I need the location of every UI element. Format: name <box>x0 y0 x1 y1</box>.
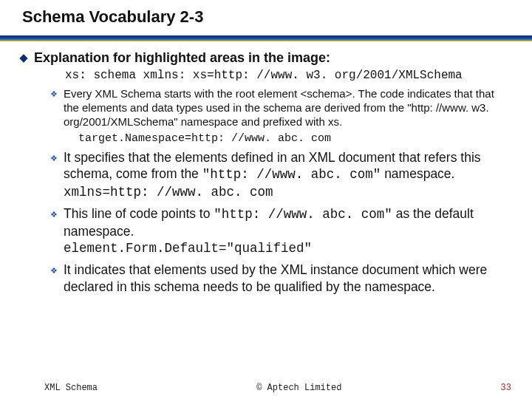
footer-left: XML Schema <box>44 383 98 393</box>
text-part: This line of code points to <box>64 206 214 221</box>
code-line-4: element.Form.Default="qualified" <box>64 241 312 256</box>
item-text: Every XML Schema starts with the root el… <box>64 86 511 129</box>
text-part: namespace. <box>381 166 454 181</box>
slide-body: Explanation for highlighted areas in the… <box>0 41 532 296</box>
list-item: ❖ It specifies that the elements defined… <box>50 149 511 201</box>
sub-bullet-icon: ❖ <box>50 266 59 296</box>
title-underline <box>0 35 532 41</box>
heading-text: Explanation for highlighted areas in the… <box>34 50 330 66</box>
footer-center: © Aptech Limited <box>256 383 341 393</box>
list-item: ❖ This line of code points to "http: //w… <box>50 205 511 257</box>
item-text: It specifies that the elements defined i… <box>64 149 511 201</box>
footer: XML Schema © Aptech Limited 33 <box>0 383 532 393</box>
mono-text: "http: //www. abc. com" <box>214 207 392 222</box>
item-text: This line of code points to "http: //www… <box>64 205 511 257</box>
slide-title: Schema Vocabulary 2-3 <box>22 7 532 27</box>
sub-bullet-icon: ❖ <box>50 89 59 129</box>
item-text: It indicates that elements used by the X… <box>64 262 511 296</box>
slide: Schema Vocabulary 2-3 Explanation for hi… <box>0 0 532 399</box>
diamond-bullet-icon <box>19 54 27 62</box>
code-line-1: xs: schema xmlns: xs=http: //www. w3. or… <box>65 69 511 82</box>
code-line-2: target.Namespace=http: //www. abc. com <box>78 132 511 145</box>
title-bar: Schema Vocabulary 2-3 <box>0 0 532 41</box>
mono-text: "http: //www. abc. com" <box>202 167 381 182</box>
sub-bullet-icon: ❖ <box>50 154 59 201</box>
page-number: 33 <box>501 383 511 393</box>
code-line-3: xmlns=http: //www. abc. com <box>64 185 273 200</box>
list-item: ❖ It indicates that elements used by the… <box>50 262 511 296</box>
heading-row: Explanation for highlighted areas in the… <box>21 50 511 66</box>
sub-bullet-icon: ❖ <box>50 210 59 257</box>
list-item: ❖ Every XML Schema starts with the root … <box>50 86 511 129</box>
